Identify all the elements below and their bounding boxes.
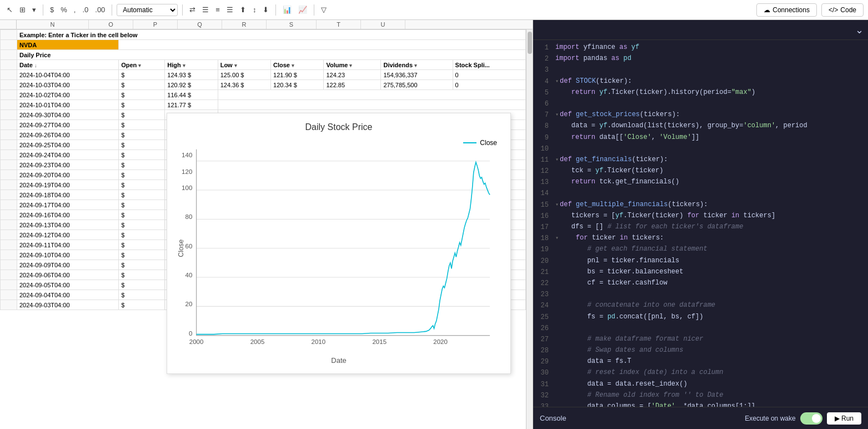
col-date-header[interactable]: Date ↓ — [17, 60, 119, 70]
table-row: 2024-10-03T04:00$ 120.92 $124.36 $ 120.3… — [1, 80, 526, 90]
align-center-btn[interactable]: ≡ — [213, 4, 222, 15]
example-row: Example: Enter a Ticker in the cell belo… — [1, 30, 526, 40]
code-line-14: 14 — [533, 188, 868, 199]
svg-text:20: 20 — [185, 301, 193, 307]
code-line-4: 4 ▾def STOCK(ticker): — [533, 76, 868, 87]
col-dividends-header[interactable]: Dividends ▾ — [381, 60, 453, 70]
col-low-header[interactable]: Low ▾ — [218, 60, 270, 70]
code-line-20: 20 pnl = ticker.financials — [533, 256, 868, 267]
chart2-btn[interactable]: 📈 — [296, 4, 309, 15]
col-header-q: Q — [178, 20, 222, 29]
code-line-21: 21 bs = ticker.balancesheet — [533, 267, 868, 278]
comma-btn[interactable]: , — [72, 4, 78, 15]
svg-text:2010: 2010 — [312, 338, 326, 345]
divider-5 — [314, 4, 314, 16]
svg-text:100: 100 — [182, 184, 192, 191]
align-right-btn[interactable]: ☰ — [224, 4, 235, 15]
dollar-btn[interactable]: $ — [48, 4, 56, 15]
column-header-row: Date ↓ Open ▾ High ▾ Low ▾ Close ▾ Volum… — [1, 60, 526, 70]
v-scrollbar[interactable] — [526, 29, 533, 429]
code-line-12: 12 tck = yf.Ticker(ticker) — [533, 166, 868, 177]
ticker-cell[interactable]: NVDA — [17, 40, 119, 50]
code-panel: ⌄ 1 import yfinance as yf 2 import panda… — [533, 20, 868, 429]
table-row: 2024-10-01T04:00$ 121.77 $ — [1, 100, 526, 110]
code-content[interactable]: 1 import yfinance as yf 2 import pandas … — [533, 40, 868, 407]
execute-on-wake-toggle[interactable] — [800, 412, 822, 425]
spreadsheet-body: Example: Enter a Ticker in the cell belo… — [0, 29, 533, 429]
code-line-25: 25 fs = pd.concat([pnl, bs, cf]) — [533, 312, 868, 323]
decimal1-btn[interactable]: .0 — [80, 4, 91, 15]
code-line-2: 2 import pandas as pd — [533, 53, 868, 64]
execute-on-wake-label: Execute on wake — [745, 415, 795, 422]
svg-text:80: 80 — [185, 213, 193, 220]
sort-high-icon: ▾ — [183, 63, 185, 68]
grid-btn[interactable]: ⊞ — [17, 4, 28, 15]
code-line-11: 11 ▾def get_financials(ticker): — [533, 154, 868, 166]
align-left-btn[interactable]: ☰ — [200, 4, 211, 15]
code-line-8: 8 data = yf.download(list(tickers), grou… — [533, 121, 868, 132]
col-open-header[interactable]: Open ▾ — [119, 60, 165, 70]
spreadsheet-scroll[interactable]: Example: Enter a Ticker in the cell belo… — [0, 29, 526, 429]
divider-4 — [275, 4, 276, 16]
bottom-align-btn[interactable]: ⬇ — [260, 4, 271, 15]
percent-btn[interactable]: % — [58, 4, 69, 15]
chart-btn[interactable]: 📊 — [280, 4, 294, 15]
toolbar-right: ☁ Connections </> Code — [756, 3, 864, 17]
col-volume-header[interactable]: Volume ▾ — [324, 60, 381, 70]
console-bar: Console Execute on wake ▶ Run — [533, 407, 868, 429]
table-row: 2024-10-02T04:00$ 116.44 $ — [1, 90, 526, 100]
svg-text:2000: 2000 — [189, 338, 204, 345]
mid-align-btn[interactable]: ↕ — [250, 4, 259, 15]
example-label: Example: Enter a Ticker in the cell belo… — [17, 30, 526, 40]
row-num — [1, 50, 17, 60]
col-header-p: P — [133, 20, 178, 29]
divider-2 — [112, 4, 112, 16]
transfer-btn[interactable]: ⇄ — [187, 4, 198, 15]
code-label: Code — [840, 6, 856, 14]
connections-button[interactable]: ☁ Connections — [756, 3, 817, 17]
svg-text:120: 120 — [182, 168, 192, 175]
svg-text:2020: 2020 — [433, 338, 448, 345]
svg-text:2005: 2005 — [250, 338, 265, 345]
col-header-s: S — [267, 20, 317, 29]
cursor-btn[interactable]: ↖ — [4, 4, 15, 15]
collapse-18-icon[interactable]: ▾ — [555, 235, 559, 241]
code-button[interactable]: </> Code — [821, 3, 864, 17]
chart-svg: 0 20 40 60 80 100 120 140 Close — [176, 137, 501, 354]
run-button[interactable]: ▶ Run — [827, 412, 861, 425]
collapse-15-icon[interactable]: ▾ — [555, 202, 559, 208]
spreadsheet-panel: N O P Q R S T U Example: Enter a Ticker … — [0, 20, 533, 429]
toggle-group: Execute on wake ▶ Run — [745, 412, 861, 425]
divider-1 — [43, 4, 43, 16]
collapse-7-icon[interactable]: ▾ — [555, 112, 559, 118]
code-line-30: 30 # reset index (date) into a column — [533, 367, 868, 378]
v-scrollbar-thumb[interactable] — [528, 32, 532, 54]
row-num-spacer — [0, 20, 17, 29]
collapse-11-icon[interactable]: ▾ — [555, 157, 559, 163]
filter-btn[interactable]: ▽ — [319, 4, 329, 15]
cloud-icon: ☁ — [764, 6, 770, 14]
grid-dropdown-btn[interactable]: ▾ — [30, 4, 38, 15]
chart-legend: Close — [463, 139, 497, 147]
col-high-header[interactable]: High ▾ — [165, 60, 218, 70]
code-line-22: 22 cf = ticker.cashflow — [533, 278, 868, 289]
col-close-header[interactable]: Close ▾ — [271, 60, 324, 70]
code-line-23: 23 — [533, 289, 868, 300]
sort-dividends-icon: ▾ — [414, 63, 417, 68]
collapse-4-icon[interactable]: ▾ — [555, 78, 559, 84]
ticker-empty — [119, 40, 526, 50]
sort-low-icon: ▾ — [234, 63, 237, 68]
collapse-code-btn[interactable]: ⌄ — [855, 24, 864, 36]
code-line-16: 16 tickers = [yf.Ticker(ticker) for tick… — [533, 211, 868, 222]
decimal2-btn[interactable]: .00 — [93, 4, 107, 15]
row-num — [1, 60, 17, 70]
format-select[interactable]: Automatic — [117, 4, 178, 16]
code-line-31: 31 data = data.reset_index() — [533, 379, 868, 390]
code-line-1: 1 import yfinance as yf — [533, 42, 868, 53]
top-align-btn[interactable]: ⬆ — [238, 4, 248, 15]
row-num — [1, 30, 17, 40]
code-line-6: 6 — [533, 98, 868, 109]
col-header-o: O — [89, 20, 133, 29]
col-header-u: U — [361, 20, 405, 29]
code-line-28: 28 # Swap dates and columns — [533, 345, 868, 356]
